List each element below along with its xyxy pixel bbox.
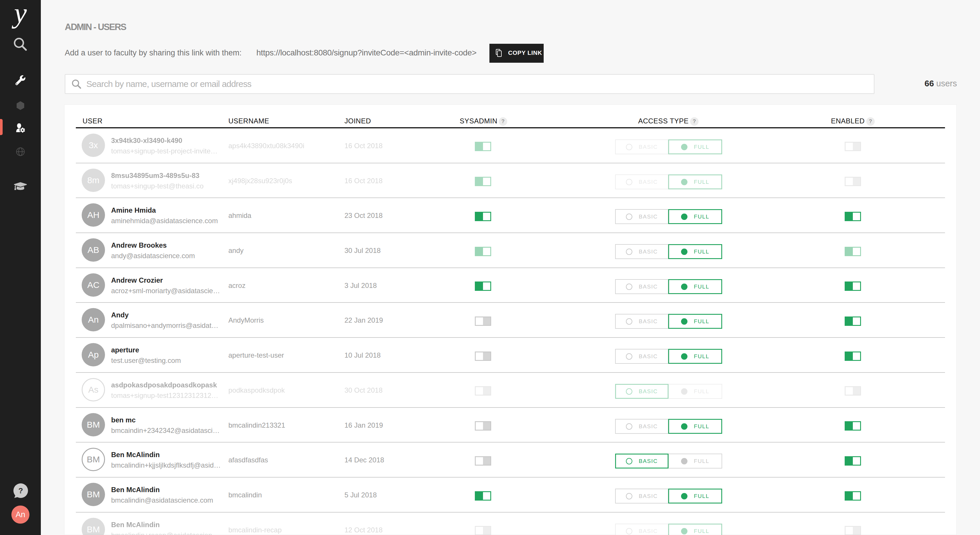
svg-text:?: ? [18, 486, 23, 495]
